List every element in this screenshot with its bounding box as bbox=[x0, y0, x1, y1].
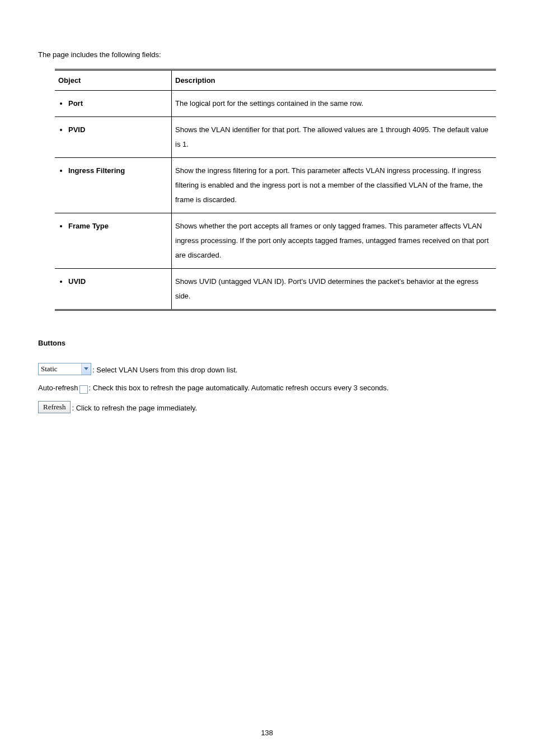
table-row: UVID Shows UVID (untagged VLAN ID). Port… bbox=[55, 269, 496, 310]
table-row: Frame Type Shows whether the port accept… bbox=[55, 213, 496, 269]
buttons-heading: Buttons bbox=[38, 339, 496, 347]
fields-table: Object Description Port The logical port… bbox=[55, 69, 496, 311]
refresh-button[interactable]: Refresh bbox=[38, 401, 71, 413]
row-object: Port bbox=[68, 96, 168, 111]
table-row: Ingress Filtering Show the ingress filte… bbox=[55, 158, 496, 213]
row-object: Ingress Filtering bbox=[68, 164, 168, 178]
row-description: Shows whether the port accepts all frame… bbox=[172, 213, 496, 269]
refresh-desc: : Click to refresh the page immediately. bbox=[72, 403, 197, 413]
table-row: Port The logical port for the settings c… bbox=[55, 91, 496, 117]
intro-text: The page includes the following fields: bbox=[38, 50, 496, 59]
row-object: PVID bbox=[68, 123, 168, 137]
page-number: 138 bbox=[0, 729, 534, 737]
row-description: Shows UVID (untagged VLAN ID). Port's UV… bbox=[172, 269, 496, 310]
vlan-user-dropdown[interactable]: Static bbox=[38, 363, 91, 375]
row-description: Show the ingress filtering for a port. T… bbox=[172, 158, 496, 213]
row-object: Frame Type bbox=[68, 219, 168, 234]
row-description: Shows the VLAN identifier for that port.… bbox=[172, 117, 496, 158]
col-header-description: Description bbox=[172, 70, 496, 91]
autorefresh-checkbox[interactable] bbox=[79, 385, 88, 394]
row-object: UVID bbox=[68, 274, 168, 289]
col-header-object: Object bbox=[55, 70, 172, 91]
dropdown-value: Static bbox=[39, 363, 81, 375]
autorefresh-label: Auto-refresh bbox=[38, 383, 78, 393]
table-row: PVID Shows the VLAN identifier for that … bbox=[55, 117, 496, 158]
chevron-down-icon bbox=[81, 363, 91, 375]
autorefresh-desc: : Check this box to refresh the page aut… bbox=[89, 383, 389, 393]
dropdown-desc: : Select VLAN Users from this drop down … bbox=[92, 365, 237, 375]
row-description: The logical port for the settings contai… bbox=[172, 91, 496, 117]
